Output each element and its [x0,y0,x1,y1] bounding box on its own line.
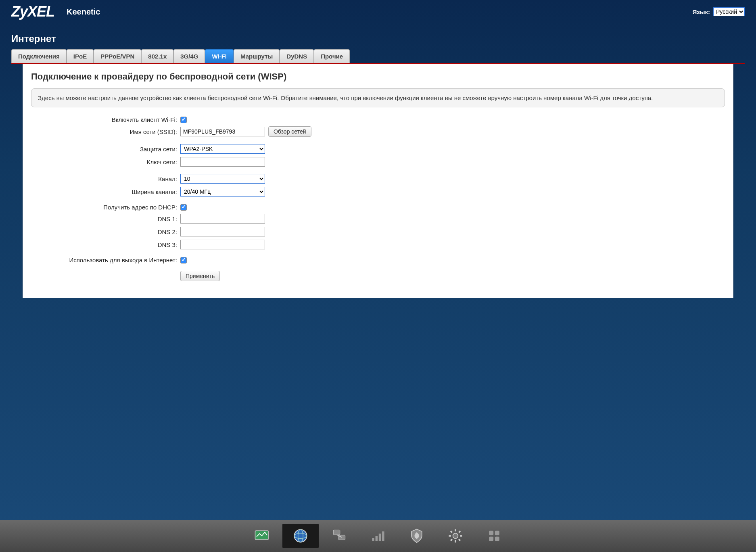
svg-line-16 [451,531,452,533]
svg-line-19 [451,539,452,541]
internet-checkbox[interactable] [180,257,187,263]
tab-other[interactable]: Прочие [314,49,350,63]
shield-icon [408,527,426,545]
tab-8021x[interactable]: 802.1x [141,49,173,63]
svg-rect-9 [379,534,381,541]
tab-routes[interactable]: Маршруты [234,49,280,63]
dhcp-label: Получить адрес по DHCP: [31,204,180,211]
apps-icon [485,527,503,545]
svg-rect-22 [489,537,493,541]
nav-shield[interactable] [399,524,435,548]
dns2-input[interactable] [180,227,265,236]
channel-label: Канал: [31,176,180,182]
globe-icon [292,527,309,545]
width-label: Ширина канала: [31,188,180,195]
brand: ZyXEL Keenetic [11,3,100,20]
nav-network[interactable] [321,524,357,548]
svg-rect-7 [372,538,374,541]
tabs: Подключения IPoE PPPoE/VPN 802.1x 3G/4G … [11,49,745,64]
info-box: Здесь вы можете настроить данное устройс… [31,88,725,107]
svg-line-18 [459,531,460,533]
width-select[interactable]: 20/40 МГц [180,187,265,197]
dns1-input[interactable] [180,214,265,224]
nav-gear[interactable] [437,524,474,548]
dns3-label: DNS 3: [31,241,180,248]
svg-line-17 [459,539,460,541]
page-title: Интернет [0,22,756,49]
enable-wifi-checkbox[interactable] [180,117,187,123]
dns3-input[interactable] [180,240,265,249]
wifi-bars-icon [369,527,387,545]
apply-button[interactable]: Применить [180,271,220,281]
monitor-icon [253,527,271,545]
header: ZyXEL Keenetic Язык: Русский [0,0,756,22]
channel-select[interactable]: 10 [180,174,265,184]
internet-label: Использовать для выхода в Интернет: [31,257,180,263]
panel-heading: Подключение к провайдеру по беспроводной… [31,71,725,82]
gear-icon [447,527,464,545]
security-label: Защита сети: [31,146,180,153]
svg-rect-0 [255,531,269,539]
svg-rect-10 [382,531,384,541]
svg-point-11 [453,533,458,539]
nav-wifi-bars[interactable] [360,524,396,548]
network-icon [330,527,348,545]
tab-connections[interactable]: Подключения [11,49,67,63]
nav-apps[interactable] [476,524,512,548]
dns2-label: DNS 2: [31,228,180,235]
svg-rect-20 [489,531,493,535]
language-select[interactable]: Русский [713,7,745,16]
language-label: Язык: [692,8,710,15]
security-select[interactable]: WPA2-PSK [180,144,265,154]
language-selector: Язык: Русский [692,7,745,16]
key-input[interactable] [180,157,265,167]
panel: Подключение к провайдеру по беспроводной… [23,64,733,298]
scan-networks-button[interactable]: Обзор сетей [268,126,311,137]
logo: ZyXEL [11,3,54,20]
dns1-label: DNS 1: [31,215,180,222]
dhcp-checkbox[interactable] [180,204,187,211]
svg-rect-21 [495,531,499,535]
enable-wifi-label: Включить клиент Wi-Fi: [31,116,180,123]
svg-rect-23 [495,537,499,541]
svg-rect-8 [376,536,378,541]
tab-ipoe[interactable]: IPoE [67,49,94,63]
key-label: Ключ сети: [31,159,180,165]
nav-globe[interactable] [282,524,319,548]
tab-pppoe-vpn[interactable]: PPPoE/VPN [94,49,141,63]
tab-wifi[interactable]: Wi-Fi [205,49,234,63]
ssid-label: Имя сети (SSID): [31,128,180,135]
tab-3g-4g[interactable]: 3G/4G [173,49,205,63]
svg-point-1 [294,529,307,542]
svg-rect-4 [333,530,340,535]
tab-dydns[interactable]: DyDNS [280,49,314,63]
nav-monitor[interactable] [244,524,280,548]
ssid-input[interactable] [180,127,265,136]
bottom-nav [0,520,756,552]
product-name: Keenetic [67,7,100,17]
